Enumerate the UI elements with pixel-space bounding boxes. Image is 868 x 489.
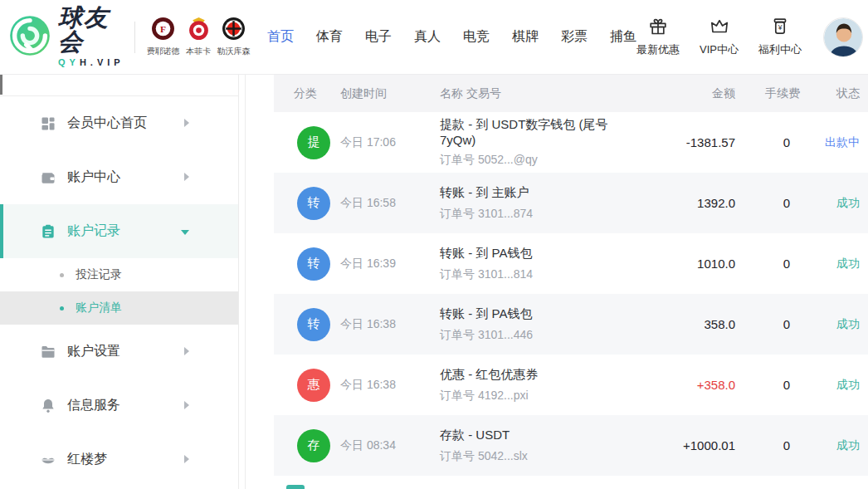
lips-icon <box>40 452 56 468</box>
fee: 0 <box>742 438 800 452</box>
sidebar-subitem-account-statement[interactable]: 账户清单 <box>0 291 238 325</box>
category-badge: 存 <box>297 429 330 462</box>
transaction-row[interactable]: 惠 今日 16:38 优惠 - 红包优惠券 订单号 4192...pxi +35… <box>274 355 868 415</box>
sidebar-scrollbar-track[interactable] <box>238 75 246 489</box>
col-header-created-time: 创建时间 <box>340 86 440 101</box>
nav-item[interactable]: 真人 <box>414 28 441 46</box>
promotions-label: 最新优惠 <box>636 42 680 57</box>
nav-item[interactable]: 捕鱼 <box>610 28 636 46</box>
transaction-row[interactable]: 提 今日 17:06 提款 - 到 USDT数字钱包 (尾号7yQw) 订单号 … <box>274 112 868 173</box>
sidebar-item-label: 信息服务 <box>67 397 120 414</box>
chevron-down-icon <box>180 224 190 239</box>
order-number: 订单号 3101...814 <box>440 267 642 282</box>
brand-logo[interactable]: 球友会 QYH.VIP <box>8 6 124 69</box>
order-number: 订单号 5052...@qy <box>440 153 642 168</box>
transaction-row[interactable]: 转 今日 16:39 转账 - 到 PA钱包 订单号 3101...814 10… <box>274 233 868 294</box>
pagination-page-button[interactable] <box>286 485 305 489</box>
category-badge: 惠 <box>297 369 330 402</box>
benfica-badge-icon <box>187 29 211 43</box>
name-cell: 提款 - 到 USDT数字钱包 (尾号7yQw) 订单号 5052...@qy <box>440 117 642 168</box>
amount: +358.0 <box>642 378 742 392</box>
status-badge: 出款中 <box>800 135 860 150</box>
category-badge: 转 <box>297 308 330 341</box>
sponsor-leverkusen: 勒沃库森 <box>217 17 251 57</box>
brand-swirl-icon <box>8 14 51 61</box>
amount: -1381.57 <box>642 135 742 149</box>
transaction-name: 存款 - USDT <box>440 428 642 443</box>
col-header-amount: 金额 <box>642 86 742 101</box>
created-time: 今日 16:39 <box>340 257 440 271</box>
sponsor-label: 勒沃库森 <box>217 46 251 57</box>
name-cell: 存款 - USDT 订单号 5042...slx <box>440 428 642 464</box>
transaction-row[interactable]: 存 今日 08:34 存款 - USDT 订单号 5042...slx +100… <box>274 415 868 476</box>
sponsor-label: 本菲卡 <box>182 46 216 57</box>
fee: 0 <box>742 135 800 149</box>
fee: 0 <box>742 257 800 271</box>
sponsor-label: 费耶诺德 <box>146 46 180 57</box>
user-avatar[interactable] <box>823 17 863 57</box>
folder-icon <box>40 344 56 360</box>
sidebar-subitem-label: 账户清单 <box>76 301 122 315</box>
sponsor-benfica: 本菲卡 <box>182 17 216 57</box>
order-number: 订单号 3101...446 <box>440 328 642 343</box>
name-cell: 优惠 - 红包优惠券 订单号 4192...pxi <box>440 367 642 403</box>
order-number: 订单号 4192...pxi <box>440 389 642 403</box>
sidebar-subitem-label: 投注记录 <box>76 267 122 282</box>
chevron-right-icon <box>183 116 190 131</box>
dashboard-icon <box>40 115 56 132</box>
scrollbar-thumb[interactable] <box>0 75 2 95</box>
created-time: 今日 17:06 <box>340 135 440 150</box>
order-number: 订单号 3101...874 <box>440 207 642 222</box>
sidebar-item-account-center[interactable]: 账户中心 <box>0 150 238 204</box>
col-header-fee: 手续费 <box>742 86 800 101</box>
sidebar-item-label: 红楼梦 <box>67 451 107 468</box>
nav-item[interactable]: 体育 <box>316 28 343 46</box>
transaction-name: 优惠 - 红包优惠券 <box>440 367 642 383</box>
chevron-right-icon <box>183 170 190 185</box>
nav-item[interactable]: 电子 <box>365 28 392 46</box>
sidebar-subitem-bet-records[interactable]: 投注记录 <box>0 258 238 291</box>
transaction-row[interactable]: 转 今日 16:58 转账 - 到 主账户 订单号 3101...874 139… <box>274 173 868 233</box>
divider <box>134 22 135 53</box>
transaction-row[interactable]: 转 今日 16:38 转账 - 到 PA钱包 订单号 3101...446 35… <box>274 294 868 355</box>
category-badge: 提 <box>297 126 330 159</box>
table-header-row: 分类 创建时间 名称 交易号 金额 手续费 状态 <box>274 75 868 112</box>
col-header-status: 状态 <box>800 86 860 101</box>
amount: 1010.0 <box>642 257 742 271</box>
fee: 0 <box>742 196 800 210</box>
sidebar-item-label: 账户中心 <box>67 169 120 186</box>
main-nav: 首页体育电子真人电竞棋牌彩票捕鱼 <box>267 28 636 46</box>
bell-icon <box>40 398 56 414</box>
nav-item[interactable]: 电竞 <box>463 28 490 46</box>
svg-text:F: F <box>160 24 166 34</box>
promotions-link[interactable]: 最新优惠 <box>636 17 680 57</box>
status-badge: 成功 <box>800 378 860 393</box>
sidebar-item-member-home[interactable]: 会员中心首页 <box>0 96 238 150</box>
gift-icon <box>647 25 669 39</box>
name-cell: 转账 - 到 PA钱包 订单号 3101...446 <box>440 306 642 343</box>
sidebar-item-account-records[interactable]: 账户记录 <box>0 204 238 258</box>
name-cell: 转账 - 到 主账户 订单号 3101...874 <box>440 185 642 222</box>
quick-links: 最新优惠 VIP中心 ¥ 福利中心 <box>636 17 802 57</box>
sidebar-item-hongloumeng[interactable]: 红楼梦 <box>0 433 238 487</box>
transaction-name: 转账 - 到 PA钱包 <box>440 246 642 262</box>
chevron-right-icon <box>183 452 190 467</box>
created-time: 今日 16:38 <box>340 378 440 393</box>
leverkusen-badge-icon <box>222 29 246 43</box>
welfare-center-link[interactable]: ¥ 福利中心 <box>758 17 802 57</box>
amount: 358.0 <box>642 317 742 331</box>
nav-item[interactable]: 首页 <box>267 28 294 46</box>
vip-center-link[interactable]: VIP中心 <box>700 17 739 57</box>
sidebar-item-message-service[interactable]: 信息服务 <box>0 379 238 433</box>
sidebar-menu: 会员中心首页 账户中心 <box>0 95 238 487</box>
status-badge: 成功 <box>800 257 860 271</box>
status-badge: 成功 <box>800 196 860 211</box>
sidebar-item-account-settings[interactable]: 账户设置 <box>0 325 238 379</box>
sidebar-item-label: 会员中心首页 <box>67 115 147 132</box>
transaction-name: 转账 - 到 主账户 <box>440 185 642 201</box>
nav-item[interactable]: 彩票 <box>561 28 588 46</box>
transaction-table: 分类 创建时间 名称 交易号 金额 手续费 状态 提 今日 17:06 提款 -… <box>274 75 868 476</box>
svg-text:¥: ¥ <box>778 23 783 32</box>
order-number: 订单号 5042...slx <box>440 449 642 464</box>
nav-item[interactable]: 棋牌 <box>512 28 539 46</box>
